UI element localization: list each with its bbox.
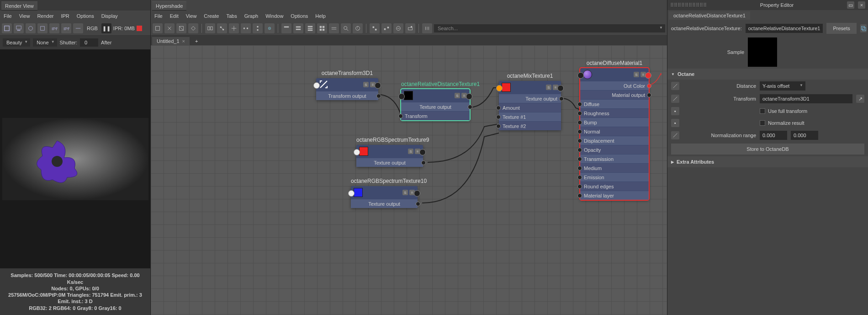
undock-icon[interactable]: ▭ <box>847 1 854 9</box>
node-s-icon[interactable]: S <box>546 85 551 90</box>
tool-btn[interactable] <box>37 23 48 33</box>
node-input-port[interactable] <box>398 93 405 100</box>
input-port[interactable] <box>398 114 403 118</box>
search-input[interactable]: Search... <box>434 24 665 32</box>
after-label[interactable]: After <box>101 40 111 45</box>
node-header[interactable]: S≡ <box>401 89 470 102</box>
node-row[interactable]: Displacement <box>580 136 649 145</box>
input-port[interactable] <box>577 175 582 180</box>
hs-menu-options[interactable]: Options <box>291 13 308 19</box>
input-port[interactable] <box>577 102 582 107</box>
node-row[interactable]: Transmission <box>580 154 649 163</box>
input-port[interactable] <box>577 184 582 189</box>
input-port[interactable] <box>577 157 582 161</box>
hs-tool[interactable] <box>405 23 415 33</box>
node-row-output[interactable]: Texture output <box>499 94 561 103</box>
hs-tool[interactable] <box>176 23 186 33</box>
node-row-output[interactable]: Transform output <box>316 91 378 100</box>
hs-menu-help[interactable]: Help <box>315 13 326 19</box>
node-row-output[interactable]: Texture output <box>351 199 418 208</box>
output-port[interactable] <box>376 94 381 98</box>
node-s-icon[interactable]: S <box>402 190 408 195</box>
hs-tool[interactable] <box>393 23 403 33</box>
menu-view[interactable]: View <box>19 13 30 19</box>
menu-render[interactable]: Render <box>37 13 53 19</box>
attr-icon[interactable]: ▪ <box>671 119 679 127</box>
output-port[interactable] <box>559 96 564 101</box>
menu-ipr[interactable]: IPR <box>61 13 69 19</box>
none-dropdown[interactable]: None <box>33 38 57 47</box>
node-row[interactable]: Diffuse <box>580 99 649 108</box>
output-port[interactable] <box>421 160 426 165</box>
node-rgb10[interactable]: octaneRGBSpectrumTexture10 S≡ Texture ou… <box>351 186 418 208</box>
hs-menu-edit[interactable]: Edit <box>170 13 179 19</box>
hs-tool[interactable] <box>153 23 163 33</box>
hypershade-tab[interactable]: Hypershade <box>152 1 186 11</box>
hs-tool[interactable] <box>381 23 392 33</box>
hs-tool[interactable] <box>422 23 432 33</box>
output-port[interactable] <box>416 202 420 206</box>
hs-tool[interactable] <box>305 23 315 33</box>
tool-btn[interactable] <box>26 23 36 33</box>
node-header[interactable]: S≡ <box>351 186 418 199</box>
hs-tool[interactable] <box>281 23 291 33</box>
menu-options[interactable]: Options <box>77 13 94 19</box>
copy-icon[interactable] <box>860 24 867 32</box>
presets-button[interactable]: Presets <box>826 23 856 34</box>
attr-icon[interactable] <box>671 82 679 90</box>
node-row[interactable]: Roughness <box>580 108 649 117</box>
node-row[interactable]: Opacity <box>580 145 649 154</box>
output-port[interactable] <box>647 84 651 88</box>
node-s-icon[interactable]: S <box>634 72 639 77</box>
node-row-transform[interactable]: Transform <box>401 111 470 120</box>
node-row[interactable]: Texture #2 <box>499 121 561 130</box>
node-row-matout[interactable]: Material output <box>580 90 649 99</box>
hs-menu-window[interactable]: Window <box>265 13 283 19</box>
shutter-field[interactable]: 0 <box>80 38 98 47</box>
node-row[interactable]: Round edges <box>580 182 649 191</box>
beauty-dropdown[interactable]: Beauty <box>3 38 30 47</box>
node-output-port[interactable] <box>645 72 651 79</box>
close-icon[interactable]: × <box>858 1 865 9</box>
output-port[interactable] <box>647 93 651 97</box>
hs-tool[interactable] <box>164 23 175 33</box>
tool-btn[interactable] <box>14 23 24 33</box>
pause-btn[interactable]: ❚❚ <box>101 23 111 33</box>
input-port[interactable] <box>496 115 501 119</box>
hs-tool[interactable] <box>188 23 198 33</box>
attr-icon[interactable] <box>671 95 679 103</box>
hs-tool[interactable] <box>293 23 303 33</box>
search-icon[interactable] <box>341 23 351 33</box>
add-tab-button[interactable]: + <box>191 37 202 45</box>
node-mix-texture[interactable]: octaneMixTexture1 S≡ Texture output Amou… <box>499 81 561 130</box>
input-port[interactable] <box>577 148 582 152</box>
ipr-start-btn[interactable]: IPR <box>49 23 59 33</box>
node-diffuse-material[interactable]: octaneDiffuseMaterial1 S≡ Out Color Mate… <box>580 68 649 200</box>
store-button[interactable]: Store to OctaneDB <box>671 144 864 155</box>
input-port[interactable] <box>496 106 501 110</box>
input-port[interactable] <box>577 111 582 116</box>
hs-tool[interactable] <box>217 23 227 33</box>
section-extra[interactable]: ▶Extra Attributes <box>667 156 868 167</box>
input-port[interactable] <box>496 124 501 128</box>
node-s-icon[interactable]: S <box>363 82 369 87</box>
link-icon[interactable]: ↗ <box>856 95 864 103</box>
node-header[interactable]: S≡ <box>356 145 423 158</box>
node-canvas[interactable]: octaneTransform3D1 S≡ Transform output o… <box>151 45 667 315</box>
hs-menu-graph[interactable]: Graph <box>244 13 259 19</box>
distance-dropdown[interactable]: Y-axis offset <box>760 81 805 91</box>
checkbox-box[interactable] <box>760 108 765 114</box>
tool-btn[interactable] <box>73 23 83 33</box>
node-row[interactable]: Emission <box>580 172 649 182</box>
hs-tool[interactable] <box>253 23 263 33</box>
input-port[interactable] <box>577 139 582 143</box>
node-row-output[interactable]: Texture output <box>401 102 470 111</box>
hs-doc-tab[interactable]: Untitled_1× <box>152 37 190 45</box>
node-header[interactable]: S≡ <box>316 78 378 91</box>
node-row[interactable]: Bump <box>580 117 649 127</box>
hs-tool[interactable] <box>353 23 363 33</box>
input-port[interactable] <box>577 120 582 125</box>
full-transform-checkbox[interactable]: Use full transform <box>760 108 807 114</box>
input-port[interactable] <box>577 166 582 171</box>
node-row[interactable]: Texture #1 <box>499 112 561 121</box>
